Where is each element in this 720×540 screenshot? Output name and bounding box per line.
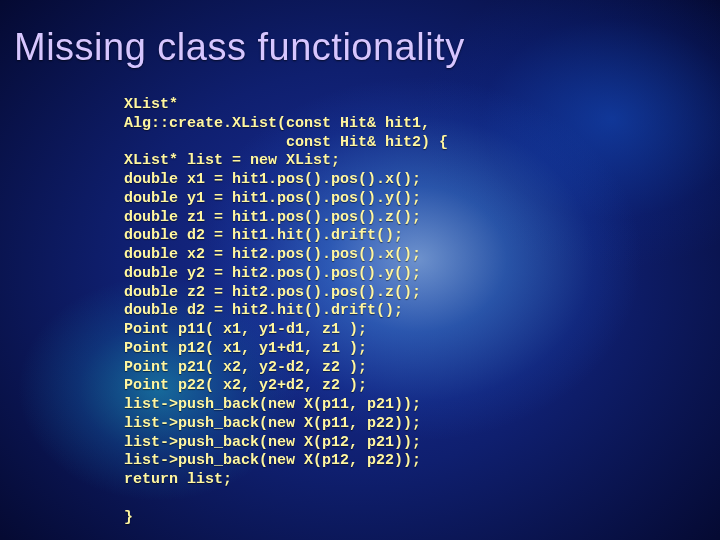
slide: Missing class functionality XList* Alg::…: [0, 0, 720, 540]
slide-title: Missing class functionality: [14, 26, 465, 69]
code-block: XList* Alg::create.XList(const Hit& hit1…: [124, 96, 448, 527]
